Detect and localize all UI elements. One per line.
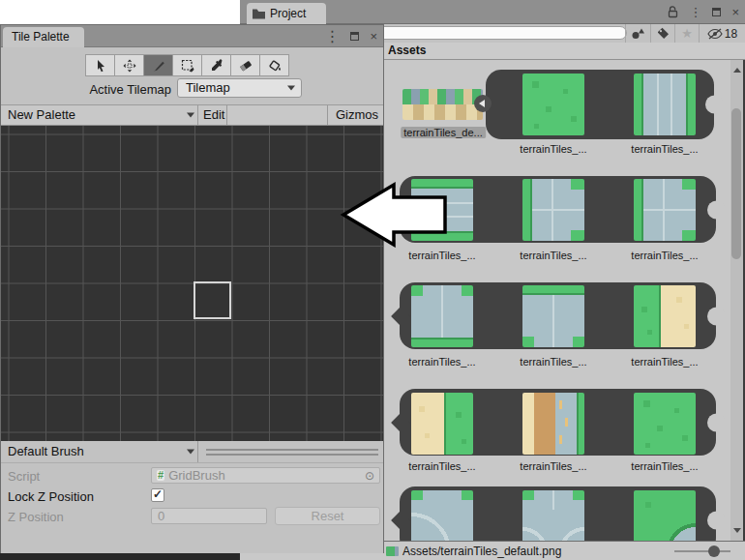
tile-thumbnail[interactable] bbox=[634, 285, 696, 347]
active-tilemap-dropdown[interactable]: Tilemap bbox=[177, 78, 302, 98]
star-icon: ★ bbox=[681, 26, 693, 41]
asset-label[interactable]: terrainTiles_... bbox=[631, 356, 698, 368]
strip-notch bbox=[705, 96, 724, 114]
tile-thumbnail[interactable] bbox=[522, 393, 584, 455]
asset-label[interactable]: terrainTiles_... bbox=[520, 143, 586, 155]
texture-thumbnail[interactable] bbox=[402, 89, 483, 120]
edit-button[interactable]: Edit bbox=[203, 107, 224, 122]
asset-label[interactable]: terrainTiles_... bbox=[520, 250, 586, 261]
tile-palette-window: Tile Palette ⋮ × bbox=[0, 24, 384, 553]
tile-thumbnail[interactable] bbox=[634, 179, 696, 241]
background-area bbox=[0, 0, 240, 24]
tile-palette-titlebar: Tile Palette ⋮ × bbox=[1, 25, 383, 47]
filter-by-label-button[interactable] bbox=[650, 24, 674, 43]
asset-label[interactable]: terrainTiles_... bbox=[631, 143, 698, 155]
maximize-icon[interactable] bbox=[350, 32, 359, 41]
tab-project-label: Project bbox=[270, 7, 306, 20]
asset-label[interactable]: terrainTiles_... bbox=[520, 460, 586, 472]
script-object-field[interactable]: # GridBrush ⊙ bbox=[151, 467, 380, 484]
filter-by-type-button[interactable] bbox=[625, 24, 650, 43]
tile-thumbnail[interactable] bbox=[634, 74, 696, 135]
active-tilemap-label: Active Tilemap bbox=[1, 82, 171, 97]
flood-fill-tool-button[interactable] bbox=[259, 54, 289, 76]
hidden-count: 18 bbox=[725, 27, 737, 41]
asset-label[interactable]: terrainTiles_... bbox=[408, 460, 475, 472]
panel-drag-handle[interactable] bbox=[206, 449, 378, 456]
window-menu-icon[interactable]: ⋮ bbox=[689, 6, 701, 18]
thumbnail-zoom-slider[interactable] bbox=[674, 550, 730, 552]
script-value: GridBrush bbox=[168, 468, 361, 483]
brush-dropdown[interactable]: Default Brush bbox=[8, 444, 84, 458]
asset-path-icon bbox=[386, 546, 399, 556]
scroll-down-icon[interactable] bbox=[733, 528, 741, 533]
brush-inspector: Script # GridBrush ⊙ Lock Z Position Z P… bbox=[1, 463, 383, 553]
palette-dropdown[interactable]: New Palette bbox=[8, 107, 75, 122]
tile-thumbnail[interactable] bbox=[634, 490, 696, 541]
chevron-down-icon[interactable] bbox=[187, 113, 194, 118]
chevron-down-icon[interactable] bbox=[187, 450, 194, 455]
divider bbox=[197, 105, 198, 125]
eraser-tool-button[interactable] bbox=[230, 54, 260, 76]
window-menu-icon[interactable]: ⋮ bbox=[324, 27, 340, 45]
palette-grid-canvas[interactable] bbox=[1, 126, 383, 441]
search-filter-buttons: ★ 18 bbox=[625, 24, 745, 43]
zoom-slider-handle[interactable] bbox=[708, 545, 720, 557]
favorites-button[interactable]: ★ bbox=[674, 24, 699, 43]
move-tool-button[interactable] bbox=[114, 54, 144, 76]
z-position-field[interactable]: 0 bbox=[151, 508, 267, 524]
tile-thumbnail[interactable] bbox=[522, 74, 584, 135]
tile-thumbnail[interactable] bbox=[411, 285, 473, 347]
move-icon bbox=[122, 58, 137, 74]
maximize-icon[interactable] bbox=[712, 8, 721, 16]
lock-z-checkbox[interactable] bbox=[151, 488, 164, 502]
eraser-icon bbox=[238, 58, 253, 74]
reset-button[interactable]: Reset bbox=[275, 507, 380, 525]
cursor-icon bbox=[93, 58, 108, 74]
divider bbox=[327, 105, 328, 125]
breadcrumb[interactable]: Assets bbox=[388, 44, 426, 57]
tag-icon bbox=[657, 27, 670, 40]
tab-project[interactable]: Project bbox=[247, 3, 326, 24]
close-icon[interactable]: × bbox=[370, 29, 377, 44]
unlock-icon[interactable] bbox=[668, 6, 678, 18]
strip-connector bbox=[391, 413, 410, 432]
hidden-items-button[interactable]: 18 bbox=[699, 24, 745, 43]
brush-bar: Default Brush bbox=[1, 441, 383, 463]
filter-by-type-icon bbox=[631, 27, 645, 40]
paintbrush-icon bbox=[151, 58, 166, 74]
chevron-down-icon bbox=[287, 86, 295, 91]
strip-notch bbox=[707, 413, 726, 431]
tile-picker-tool-button[interactable] bbox=[201, 54, 231, 76]
divider bbox=[197, 441, 198, 462]
gizmos-button[interactable]: Gizmos bbox=[336, 107, 378, 122]
tile-thumbnail[interactable] bbox=[634, 393, 696, 455]
tile-thumbnail[interactable] bbox=[411, 490, 473, 541]
paintbrush-tool-button[interactable] bbox=[143, 54, 173, 76]
asset-label[interactable]: terrainTiles_... bbox=[408, 356, 475, 368]
asset-label[interactable]: terrainTiles_... bbox=[631, 460, 698, 472]
selected-grid-cell[interactable] bbox=[194, 281, 231, 319]
eyedropper-icon bbox=[209, 58, 224, 74]
asset-label[interactable]: terrainTiles_... bbox=[631, 250, 698, 261]
asset-label[interactable]: terrainTiles_... bbox=[408, 250, 475, 261]
asset-label[interactable]: terrainTiles_de... bbox=[401, 127, 486, 138]
scroll-up-icon[interactable] bbox=[733, 68, 741, 73]
cursor-tool-button[interactable] bbox=[85, 54, 115, 76]
asset-label[interactable]: terrainTiles_... bbox=[520, 356, 586, 368]
palette-bar: New Palette Edit Gizmos bbox=[1, 104, 383, 126]
unity-editor-screenshot: Project ⋮ × ★ bbox=[0, 0, 745, 560]
tab-tile-palette[interactable]: Tile Palette bbox=[3, 27, 84, 47]
box-fill-tool-button[interactable] bbox=[172, 54, 202, 76]
close-icon[interactable]: × bbox=[731, 6, 739, 18]
sprite-expand-toggle[interactable] bbox=[474, 95, 492, 112]
divider bbox=[226, 105, 227, 125]
tile-thumbnail[interactable] bbox=[522, 285, 584, 347]
tile-thumbnail[interactable] bbox=[411, 393, 473, 455]
tile-thumbnail[interactable] bbox=[522, 179, 584, 241]
scrollbar-thumb[interactable] bbox=[731, 108, 741, 259]
tile-thumbnail[interactable] bbox=[522, 490, 584, 541]
vertical-scrollbar[interactable] bbox=[730, 60, 743, 541]
strip-connector bbox=[391, 511, 410, 530]
object-picker-icon[interactable]: ⊙ bbox=[365, 470, 374, 482]
tile-palette-toolbar: Active Tilemap Tilemap bbox=[1, 47, 383, 104]
